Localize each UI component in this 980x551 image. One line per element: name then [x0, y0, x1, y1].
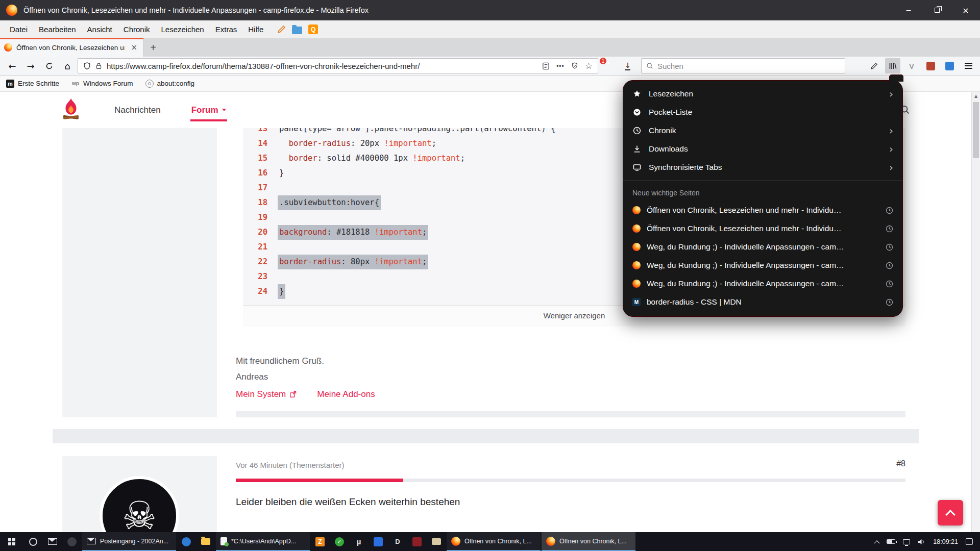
- tracking-shield-icon[interactable]: [83, 62, 91, 70]
- panel-item-lesezeichen[interactable]: Lesezeichen›: [623, 85, 902, 103]
- history-item[interactable]: Weg, du Rundung ;) - Individuelle Anpass…: [623, 238, 902, 256]
- url-text[interactable]: https://www.camp-firefox.de/forum/thema/…: [107, 62, 537, 70]
- history-item[interactable]: Öffnen von Chronik, Lesezeichen und mehr…: [623, 201, 902, 219]
- window-restore-button[interactable]: [923, 0, 951, 20]
- reload-button[interactable]: [41, 58, 57, 73]
- taskbar-pinned-red[interactable]: [407, 532, 427, 551]
- lock-icon[interactable]: [95, 62, 102, 69]
- taskbar-pinned-zip[interactable]: Z: [310, 532, 330, 551]
- tab-active[interactable]: Öffnen von Chronik, Lesezeichen und mehr…: [0, 38, 144, 57]
- back-button[interactable]: ←: [4, 58, 20, 73]
- extension-v-icon[interactable]: V: [904, 58, 919, 73]
- q-app-icon[interactable]: Q: [308, 24, 318, 34]
- scrollbar-up-arrow[interactable]: ▲: [972, 92, 980, 101]
- history-item[interactable]: Öffnen von Chronik, Lesezeichen und mehr…: [623, 219, 902, 238]
- menubar-item-extras[interactable]: Extras: [210, 22, 243, 36]
- firefox-favicon-icon: [632, 224, 641, 233]
- taskbar-button[interactable]: Posteingang - 2002An...: [82, 532, 176, 551]
- taskbar-button[interactable]: *C:\Users\Andi\AppD...: [216, 532, 310, 551]
- ghostery-badge: 1: [600, 58, 606, 64]
- scrollbar-thumb[interactable]: [973, 102, 979, 158]
- folder-icon[interactable]: [292, 27, 302, 34]
- window-minimize-button[interactable]: –: [894, 0, 923, 20]
- history-item[interactable]: Weg, du Rundung ;) - Individuelle Anpass…: [623, 274, 902, 293]
- search-bar[interactable]: [641, 58, 845, 73]
- gear-favicon-icon: [145, 80, 154, 88]
- ghostery-icon[interactable]: 1: [602, 59, 616, 72]
- code-line-number: 20: [249, 225, 267, 240]
- panel-item-chronik[interactable]: Chronik›: [623, 121, 902, 140]
- taskbar-pinned-tools[interactable]: [427, 532, 446, 551]
- forward-button[interactable]: →: [22, 58, 39, 73]
- volume-icon[interactable]: [918, 539, 925, 545]
- code-line-number: 23: [249, 269, 267, 284]
- compose-icon[interactable]: [277, 25, 286, 34]
- site-nav-forum[interactable]: Forum: [190, 101, 227, 121]
- taskbar-pinned-d[interactable]: D: [388, 532, 407, 551]
- panel-item-downloads[interactable]: Downloads›: [623, 140, 902, 158]
- extension-blue-icon[interactable]: [942, 58, 957, 73]
- panel-item-pocket-liste[interactable]: Pocket-Liste: [623, 103, 902, 121]
- panel-item-synchronisierte-tabs[interactable]: Synchronisierte Tabs›: [623, 158, 902, 177]
- page-scrollbar[interactable]: ▲: [971, 92, 980, 532]
- av-icon: ✓: [335, 537, 344, 546]
- history-item[interactable]: Weg, du Rundung ;) - Individuelle Anpass…: [623, 256, 902, 274]
- taskbar-pinned-paw[interactable]: [62, 532, 82, 551]
- menubar-item-bearbeiten[interactable]: Bearbeiten: [33, 22, 82, 36]
- page-actions-menu-icon[interactable]: •••: [556, 62, 565, 69]
- start-button[interactable]: [0, 532, 23, 551]
- menubar-item-ansicht[interactable]: Ansicht: [82, 22, 118, 36]
- action-center-icon[interactable]: [966, 538, 973, 545]
- site-nav-nachrichten[interactable]: Nachrichten: [113, 101, 162, 121]
- post8-number[interactable]: #8: [875, 459, 905, 468]
- code-line-number: 14: [249, 136, 267, 151]
- menubar-item-chronik[interactable]: Chronik: [118, 22, 156, 36]
- window-controls: – ×: [894, 0, 980, 20]
- taskbar-pinned-blue[interactable]: [369, 532, 388, 551]
- extension-red-icon[interactable]: [923, 58, 938, 73]
- menubar-item-datei[interactable]: Datei: [4, 22, 33, 36]
- home-button[interactable]: ⌂: [59, 58, 76, 73]
- url-bar[interactable]: https://www.camp-firefox.de/forum/thema/…: [78, 58, 598, 73]
- scroll-to-top-button[interactable]: [938, 500, 963, 525]
- firefox-favicon-icon: [632, 280, 641, 288]
- library-icon[interactable]: [885, 58, 900, 73]
- taskbar-button-active[interactable]: Öffnen von Chronik, L...: [542, 532, 635, 551]
- bookmark-item-windows-forum[interactable]: wpWindows Forum: [71, 80, 133, 88]
- downloads-button[interactable]: ↓: [620, 58, 636, 73]
- code-line-number: 18: [249, 195, 267, 210]
- hamburger-menu-icon[interactable]: [961, 58, 976, 73]
- taskbar-pinned-ut[interactable]: µ: [349, 532, 369, 551]
- taskbar-button[interactable]: Öffnen von Chronik, L...: [447, 532, 541, 551]
- window-close-button[interactable]: ×: [951, 0, 980, 20]
- taskbar-pinned-globe[interactable]: [177, 532, 196, 551]
- mail-icon: [48, 538, 57, 545]
- bookmark-item-about-config[interactable]: about:config: [145, 80, 195, 88]
- pen-icon[interactable]: [866, 58, 881, 73]
- post-divider: [236, 411, 905, 417]
- bookmark-item-erste-schritte[interactable]: mErste Schritte: [6, 80, 59, 88]
- tray-expand-icon[interactable]: [874, 540, 880, 546]
- tab-close-icon[interactable]: ×: [129, 43, 139, 52]
- reader-mode-icon[interactable]: [542, 62, 550, 70]
- bookmark-star-icon[interactable]: ☆: [585, 62, 593, 70]
- taskbar-pinned-av[interactable]: ✓: [330, 532, 349, 551]
- windows-taskbar: Posteingang - 2002An...*C:\Users\Andi\Ap…: [0, 532, 980, 551]
- download-icon: [632, 145, 642, 153]
- site-logo-icon[interactable]: [59, 97, 83, 122]
- history-item[interactable]: Mborder-radius - CSS | MDN: [623, 293, 902, 311]
- taskbar-pinned-explorer[interactable]: [196, 532, 215, 551]
- taskbar-clock[interactable]: 18:09:21: [933, 538, 958, 545]
- network-icon[interactable]: [903, 539, 910, 544]
- search-input[interactable]: [657, 62, 840, 70]
- shield-check-icon[interactable]: [571, 62, 578, 69]
- battery-icon[interactable]: [887, 539, 895, 544]
- link-meine-addons[interactable]: Meine Add-ons: [317, 389, 375, 399]
- code-line-text: panel[type="arrow"].panel-no-padding::pa…: [278, 128, 557, 136]
- menubar-item-hilfe[interactable]: Hilfe: [242, 22, 269, 36]
- menubar-item-lesezeichen[interactable]: Lesezeichen: [155, 22, 209, 36]
- taskbar-pinned-cortana[interactable]: [23, 532, 43, 551]
- taskbar-pinned-mail[interactable]: [43, 532, 62, 551]
- new-tab-button[interactable]: +: [144, 38, 162, 57]
- link-mein-system[interactable]: Mein System: [236, 389, 297, 399]
